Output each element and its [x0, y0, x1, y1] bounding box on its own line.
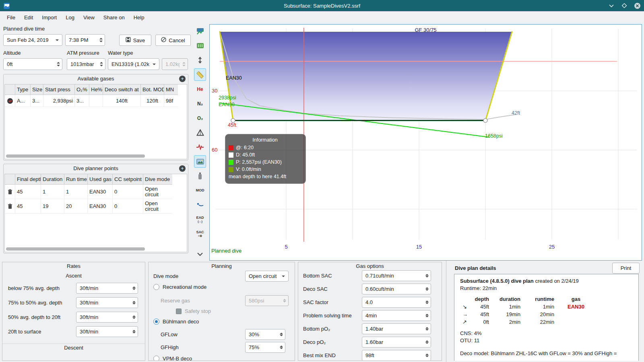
- col-final-depth[interactable]: Final depth: [15, 174, 41, 185]
- problem-time-input[interactable]: 4min: [362, 310, 431, 321]
- add-gas-button[interactable]: +: [179, 76, 186, 82]
- altitude-input[interactable]: 0ft: [3, 58, 62, 70]
- point-setpoint-cell[interactable]: 0: [113, 185, 143, 199]
- close-button[interactable]: [634, 2, 641, 9]
- point-gas-cell[interactable]: EAN30: [88, 185, 113, 199]
- gas-size-cell[interactable]: 3...: [31, 95, 43, 107]
- add-point-button[interactable]: +: [179, 165, 186, 172]
- ead-icon[interactable]: EAD(↔): [194, 213, 206, 226]
- col-run-time[interactable]: Run time: [64, 174, 88, 185]
- mod-icon[interactable]: MOD: [194, 184, 206, 197]
- recreational-radio[interactable]: [153, 284, 159, 290]
- col-duration[interactable]: Duration: [41, 174, 64, 185]
- gas-change-icon[interactable]: [194, 170, 206, 182]
- point-gas-cell[interactable]: EAN30: [88, 199, 113, 214]
- gflow-input[interactable]: 30%: [245, 329, 285, 340]
- vpmb-radio[interactable]: [153, 356, 159, 361]
- gas-bot-mod-cell[interactable]: 120ft: [141, 95, 164, 107]
- menu-help[interactable]: Help: [129, 13, 149, 22]
- dive-profile-chart[interactable]: GF 30/75 515253060EAN302938psiEAN3045ft4…: [209, 24, 642, 261]
- menu-import[interactable]: Import: [37, 13, 61, 22]
- point-row[interactable]: 45 1 1 EAN30 0 Open circuit: [5, 185, 187, 199]
- vertical-zoom-icon[interactable]: [194, 54, 206, 66]
- gas-start-press-cell[interactable]: 2,938psi: [43, 95, 75, 107]
- profile-tooltip[interactable]: Information @: 6:20D: 45.0ftP: 2,557psi …: [225, 134, 306, 184]
- delete-gas-icon[interactable]: [5, 95, 15, 107]
- save-button[interactable]: Save: [119, 35, 151, 46]
- point-depth-cell[interactable]: 45: [15, 185, 41, 199]
- atm-pressure-input[interactable]: 1013mbar: [67, 58, 105, 70]
- menu-log[interactable]: Log: [61, 13, 79, 22]
- ascent-rate-3-input[interactable]: 30ft/min: [76, 312, 138, 323]
- col-type[interactable]: Type: [15, 84, 31, 95]
- vpmb-option[interactable]: VPM-B deco: [153, 356, 192, 361]
- col-bot-mod[interactable]: Bot. MOD: [141, 84, 164, 95]
- gas-o2-cell[interactable]: 3...: [75, 95, 89, 107]
- point-depth-cell[interactable]: 45: [15, 199, 41, 214]
- bottom-po2-input[interactable]: 1.40bar: [362, 323, 431, 334]
- sac-factor-input[interactable]: 4.0: [362, 297, 431, 308]
- deco-po2-input[interactable]: 1.60bar: [362, 337, 431, 348]
- point-duration-cell[interactable]: 1: [41, 185, 64, 199]
- recreational-mode-option[interactable]: Recreational mode: [153, 284, 206, 290]
- deco-sac-input[interactable]: 0.60cuft/min: [362, 284, 431, 294]
- air-density-icon[interactable]: [194, 126, 206, 139]
- gas-remove-column-header[interactable]: [5, 84, 15, 95]
- scale-graph-icon[interactable]: [194, 39, 206, 52]
- gfhigh-input[interactable]: 75%: [245, 342, 285, 353]
- bottom-splitter[interactable]: [446, 261, 446, 362]
- dive-mode-select[interactable]: Open circuit: [245, 271, 289, 282]
- gas-deco-switch-cell[interactable]: 140ft: [103, 95, 141, 107]
- point-duration-cell[interactable]: 19: [41, 199, 64, 214]
- print-button[interactable]: Print: [612, 263, 640, 274]
- cancel-button[interactable]: Cancel: [155, 35, 191, 46]
- col-deco-switch[interactable]: Deco switch at: [103, 84, 141, 95]
- heart-rate-icon[interactable]: [194, 141, 206, 153]
- buhlmann-option[interactable]: Bühlmann deco: [153, 319, 199, 325]
- point-row[interactable]: 45 19 20 EAN30 0 Open circuit: [5, 199, 187, 214]
- n2-graph-icon[interactable]: N₂: [194, 97, 206, 110]
- best-mix-end-input[interactable]: 98ft: [362, 350, 431, 361]
- col-used-gas[interactable]: Used gas: [88, 174, 113, 185]
- sac-icon[interactable]: SAC≡⚙: [194, 228, 206, 240]
- delete-point-icon[interactable]: [5, 199, 15, 214]
- ascent-rate-2-input[interactable]: 30ft/min: [76, 297, 138, 308]
- o2-graph-icon[interactable]: O₂: [194, 112, 206, 124]
- buhlmann-radio[interactable]: [153, 319, 159, 325]
- collapse-toolbar-icon[interactable]: [194, 248, 206, 260]
- menu-edit[interactable]: Edit: [20, 13, 37, 22]
- col-dive-mode[interactable]: Dive mode: [143, 174, 172, 185]
- gas-row[interactable]: A... 3... 2,938psi 3... 140ft 120ft 98f: [5, 95, 187, 107]
- gas-mnd-cell[interactable]: 98f: [164, 95, 178, 107]
- points-hscrollbar[interactable]: [6, 247, 145, 251]
- dc-ceiling-icon[interactable]: [194, 199, 206, 211]
- col-size[interactable]: Size: [31, 84, 43, 95]
- gases-hscrollbar[interactable]: [6, 154, 145, 158]
- maximize-button[interactable]: [621, 2, 628, 9]
- water-type-select[interactable]: EN13319 (1.02k: [108, 58, 159, 70]
- point-divemode-cell[interactable]: Open circuit: [143, 199, 172, 214]
- point-runtime-cell[interactable]: 1: [64, 185, 88, 199]
- col-cc-setpoint[interactable]: CC setpoint: [113, 174, 143, 185]
- graph-settings-icon[interactable]: [194, 25, 206, 37]
- col-start-press[interactable]: Start press: [43, 84, 75, 95]
- time-spinner[interactable]: 7:38 PM: [65, 34, 105, 46]
- menu-share-on[interactable]: Share on: [99, 13, 129, 22]
- gas-type-cell[interactable]: A...: [15, 95, 31, 107]
- point-setpoint-cell[interactable]: 0: [113, 199, 143, 214]
- bottom-sac-input[interactable]: 0.71cuft/min: [362, 270, 431, 281]
- point-divemode-cell[interactable]: Open circuit: [143, 185, 172, 199]
- date-picker[interactable]: Sun Feb 24, 2019: [3, 34, 62, 46]
- point-remove-column-header[interactable]: [5, 174, 15, 185]
- ascent-rate-4-input[interactable]: 30ft/min: [76, 326, 138, 337]
- ascent-rate-1-input[interactable]: 30ft/min: [76, 283, 138, 294]
- col-he[interactable]: He%: [89, 84, 103, 95]
- photos-icon[interactable]: [194, 155, 206, 168]
- ruler-icon[interactable]: [194, 68, 206, 81]
- minimize-button[interactable]: [608, 2, 615, 9]
- point-runtime-cell[interactable]: 20: [64, 199, 88, 214]
- gas-he-cell[interactable]: [89, 95, 103, 107]
- delete-point-icon[interactable]: [5, 185, 15, 199]
- menu-view[interactable]: View: [79, 13, 99, 22]
- col-mnd[interactable]: MN: [164, 84, 178, 95]
